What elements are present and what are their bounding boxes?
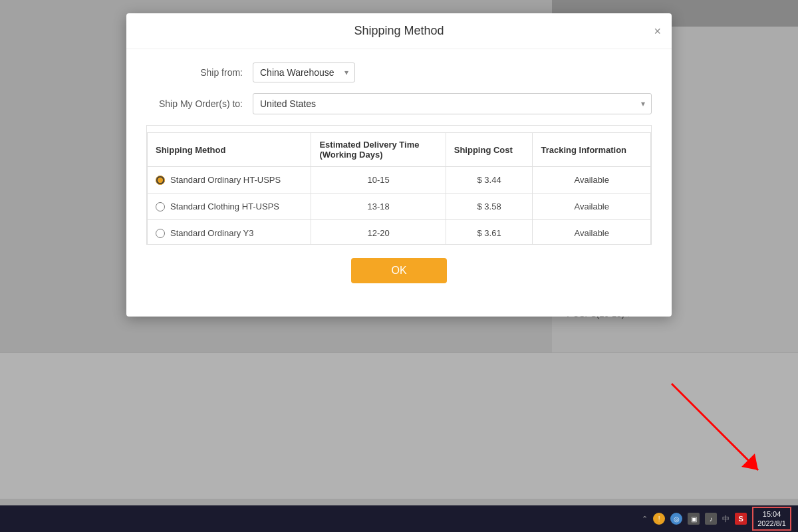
cell-cost-0: $ 3.44 bbox=[446, 167, 533, 194]
cell-cost-1: $ 3.58 bbox=[446, 194, 533, 220]
taskbar-display-icon[interactable]: ▣ bbox=[688, 513, 700, 525]
table-body: Standard Ordinary HT-USPS 10-15 $ 3.44 A… bbox=[148, 167, 651, 245]
method-radio-2[interactable] bbox=[156, 229, 165, 238]
modal-close-button[interactable]: × bbox=[654, 25, 661, 37]
col-header-tracking: Tracking Information bbox=[533, 133, 651, 167]
col-header-method: Shipping Method bbox=[148, 133, 311, 167]
taskbar-volume-icon[interactable]: ♪ bbox=[705, 513, 717, 525]
table-row[interactable]: Standard Clothing HT-USPS 13-18 $ 3.58 A… bbox=[148, 194, 651, 220]
ship-from-select-wrapper: China Warehouse ▾ bbox=[253, 63, 355, 82]
modal-body: Ship from: China Warehouse ▾ Ship My Ord… bbox=[126, 49, 672, 297]
shipping-methods-table-wrapper: Shipping Method Estimated Delivery Time(… bbox=[146, 125, 652, 245]
method-name-2: Standard Ordinary Y3 bbox=[170, 228, 254, 238]
clock-date: 2022/8/1 bbox=[757, 519, 786, 528]
cell-delivery-1: 13-18 bbox=[311, 194, 446, 220]
cell-tracking-2: Available bbox=[533, 220, 651, 245]
ship-from-select[interactable]: China Warehouse bbox=[253, 63, 355, 82]
ship-from-label: Ship from: bbox=[146, 67, 253, 78]
ship-to-row: Ship My Order(s) to: United States ▾ bbox=[146, 93, 652, 114]
cell-delivery-0: 10-15 bbox=[311, 167, 446, 194]
taskbar-system-icons: ⌃ ! ◎ ▣ ♪ 中 S bbox=[642, 513, 747, 525]
ship-from-row: Ship from: China Warehouse ▾ bbox=[146, 63, 652, 82]
svg-line-0 bbox=[672, 384, 758, 470]
col-header-cost: Shipping Cost bbox=[446, 133, 533, 167]
cell-cost-2: $ 3.61 bbox=[446, 220, 533, 245]
taskbar-network-icon[interactable]: ◎ bbox=[670, 513, 682, 525]
ok-button[interactable]: OK bbox=[351, 258, 446, 283]
col-header-delivery: Estimated Delivery Time(Working Days) bbox=[311, 133, 446, 167]
taskbar-clock: 15:04 2022/8/1 bbox=[752, 507, 791, 531]
taskbar-app-icon[interactable]: S bbox=[735, 513, 747, 525]
method-name-0: Standard Ordinary HT-USPS bbox=[170, 175, 281, 185]
clock-time: 15:04 bbox=[757, 509, 786, 519]
ship-to-label: Ship My Order(s) to: bbox=[146, 98, 253, 109]
cell-method-0: Standard Ordinary HT-USPS bbox=[148, 167, 311, 194]
method-radio-wrapper-1: Standard Clothing HT-USPS bbox=[156, 201, 303, 211]
modal-header: Shipping Method × bbox=[126, 13, 672, 49]
shipping-methods-table: Shipping Method Estimated Delivery Time(… bbox=[147, 132, 651, 245]
method-name-1: Standard Clothing HT-USPS bbox=[170, 201, 279, 211]
taskbar: ⌃ ! ◎ ▣ ♪ 中 S 15:04 2022/8/1 bbox=[0, 505, 798, 532]
shipping-method-modal: Shipping Method × Ship from: China Wareh… bbox=[126, 13, 672, 317]
chevron-up-icon: ⌃ bbox=[642, 515, 648, 523]
cell-delivery-2: 12-20 bbox=[311, 220, 446, 245]
method-radio-0[interactable] bbox=[156, 176, 165, 185]
taskbar-lang-icon: 中 bbox=[722, 514, 730, 524]
ship-to-select[interactable]: United States bbox=[253, 93, 652, 114]
taskbar-alert-icon[interactable]: ! bbox=[653, 513, 665, 525]
method-radio-wrapper-2: Standard Ordinary Y3 bbox=[156, 228, 303, 238]
cell-method-2: Standard Ordinary Y3 bbox=[148, 220, 311, 245]
table-header: Shipping Method Estimated Delivery Time(… bbox=[148, 133, 651, 167]
red-arrow-annotation bbox=[652, 364, 785, 499]
method-radio-1[interactable] bbox=[156, 202, 165, 211]
cell-tracking-1: Available bbox=[533, 194, 651, 220]
table-row[interactable]: Standard Ordinary HT-USPS 10-15 $ 3.44 A… bbox=[148, 167, 651, 194]
table-header-row: Shipping Method Estimated Delivery Time(… bbox=[148, 133, 651, 167]
modal-title: Shipping Method bbox=[354, 24, 444, 38]
method-radio-wrapper-0: Standard Ordinary HT-USPS bbox=[156, 175, 303, 185]
cell-tracking-0: Available bbox=[533, 167, 651, 194]
cell-method-1: Standard Clothing HT-USPS bbox=[148, 194, 311, 220]
table-row[interactable]: Standard Ordinary Y3 12-20 $ 3.61 Availa… bbox=[148, 220, 651, 245]
ship-to-select-wrapper: United States ▾ bbox=[253, 93, 652, 114]
